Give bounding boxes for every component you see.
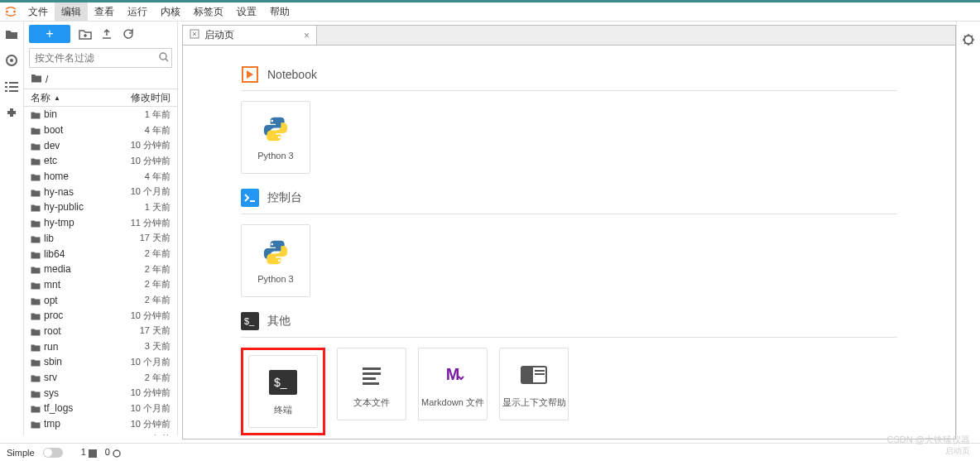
file-row[interactable]: proc10 分钟前 (24, 308, 177, 324)
breadcrumb-root[interactable]: / (46, 74, 48, 85)
file-row[interactable]: bin1 年前 (24, 107, 177, 122)
svg-text:M: M (446, 365, 460, 383)
menu-item-4[interactable]: 内核 (154, 2, 187, 21)
launcher-card[interactable]: 文本文件 (337, 348, 406, 420)
launcher-section: $_其他$_终端文本文件MMarkdown 文件显示上下文帮助 (241, 312, 897, 435)
new-launcher-button[interactable]: + (29, 25, 70, 43)
file-row[interactable]: srv2 年前 (24, 370, 177, 386)
file-row[interactable]: hy-tmp11 分钟前 (24, 215, 177, 231)
file-modified: 10 分钟前 (118, 310, 171, 322)
card-label: Python 3 (257, 274, 293, 284)
svg-rect-26 (363, 382, 379, 385)
filter-box[interactable] (29, 48, 172, 68)
file-name: media (44, 263, 71, 275)
terminal-count[interactable]: 1 (81, 447, 97, 457)
folder-icon (31, 296, 41, 305)
section-title: 其他 (267, 314, 291, 329)
file-browser: + / 名称▲ 修改时间 bin1 年前boot4 年前dev10 分钟前etc… (24, 22, 178, 435)
folder-icon (31, 234, 41, 243)
file-modified: 4 年前 (118, 124, 171, 137)
file-row[interactable]: mnt2 年前 (24, 277, 177, 293)
launcher-card[interactable]: $_终端 (248, 355, 318, 428)
file-name: mnt (44, 279, 60, 291)
menu-item-7[interactable]: 帮助 (263, 2, 296, 21)
file-row[interactable]: root17 天前 (24, 324, 177, 339)
launcher-card[interactable]: MMarkdown 文件 (418, 348, 488, 420)
file-row[interactable]: lib642 年前 (24, 246, 177, 262)
kernel-count[interactable]: 0 (105, 447, 121, 457)
tab-bar: 启动页 × (183, 26, 955, 46)
name-column-header[interactable]: 名称▲ (24, 91, 121, 105)
menu-bar: 文件编辑查看运行内核标签页设置帮助 (0, 2, 980, 22)
breadcrumb[interactable]: / (24, 70, 177, 89)
file-row[interactable]: opt2 年前 (24, 292, 177, 308)
folder-icon[interactable] (4, 26, 19, 41)
file-name: run (44, 341, 58, 353)
property-inspector-icon[interactable] (962, 33, 975, 49)
file-row[interactable]: run3 天前 (24, 339, 177, 354)
file-modified: 2 年前 (118, 263, 171, 276)
menu-item-3[interactable]: 运行 (121, 2, 154, 21)
filter-input[interactable] (35, 52, 159, 64)
launcher-card[interactable]: 显示上下文帮助 (499, 348, 569, 420)
toc-icon[interactable] (4, 79, 19, 94)
file-modified: 2 年前 (118, 433, 171, 435)
menu-item-1[interactable]: 编辑 (55, 2, 88, 21)
file-row[interactable]: home4 年前 (24, 169, 177, 185)
file-row[interactable]: tf_logs10 个月前 (24, 401, 177, 416)
folder-icon (31, 218, 41, 227)
new-folder-icon[interactable] (79, 27, 92, 41)
section-icon (241, 189, 259, 207)
launcher-card[interactable]: Python 3 (241, 101, 310, 174)
file-modified: 2 年前 (118, 278, 171, 291)
refresh-icon[interactable] (122, 27, 135, 41)
svg-point-0 (6, 11, 8, 13)
svg-rect-31 (535, 373, 545, 375)
svg-point-17 (271, 243, 273, 246)
tab-launcher[interactable]: 启动页 × (183, 26, 317, 45)
file-modified: 10 分钟前 (118, 418, 171, 430)
svg-rect-4 (5, 82, 7, 84)
card-icon (261, 114, 291, 144)
launcher-card[interactable]: Python 3 (241, 224, 310, 297)
file-row[interactable]: dev10 分钟前 (24, 137, 177, 153)
file-modified: 3 天前 (118, 340, 171, 353)
simple-mode-toggle[interactable] (43, 448, 63, 458)
card-label: 显示上下文帮助 (502, 396, 566, 409)
file-row[interactable]: sbin10 个月前 (24, 354, 177, 370)
svg-text:$_: $_ (244, 316, 255, 326)
file-row[interactable]: hy-public1 天前 (24, 199, 177, 215)
file-row[interactable]: media2 年前 (24, 262, 177, 277)
file-name: dev (44, 140, 60, 151)
file-row[interactable]: etc10 分钟前 (24, 153, 177, 169)
menu-item-6[interactable]: 设置 (230, 2, 263, 21)
file-row[interactable]: boot4 年前 (24, 122, 177, 138)
file-row[interactable]: hy-nas10 个月前 (24, 184, 177, 199)
folder-icon (31, 373, 41, 382)
file-row[interactable]: tmp10 分钟前 (24, 416, 177, 432)
file-row[interactable]: usr2 年前 (24, 431, 177, 435)
svg-rect-25 (363, 377, 376, 380)
highlighted-card: $_终端 (241, 348, 325, 435)
folder-icon (31, 172, 41, 180)
file-modified: 17 天前 (118, 232, 171, 244)
file-row[interactable]: sys10 分钟前 (24, 385, 177, 401)
file-modified: 4 年前 (118, 170, 171, 183)
upload-icon[interactable] (100, 27, 113, 41)
section-title: Notebook (267, 68, 317, 81)
extension-icon[interactable] (4, 106, 19, 121)
sort-caret-icon: ▲ (54, 94, 60, 102)
launcher-tab-icon (190, 29, 199, 41)
running-icon[interactable] (4, 53, 19, 68)
file-row[interactable]: lib17 天前 (24, 231, 177, 247)
watermark: CSDN @大铁猛仪器 (887, 434, 970, 446)
folder-icon (31, 156, 41, 165)
menu-item-5[interactable]: 标签页 (187, 2, 230, 21)
file-name: sys (44, 387, 59, 399)
menu-item-2[interactable]: 查看 (88, 2, 121, 21)
close-icon[interactable]: × (304, 30, 310, 41)
menu-item-0[interactable]: 文件 (22, 2, 55, 21)
folder-icon (31, 110, 41, 118)
modified-column-header[interactable]: 修改时间 (121, 91, 177, 105)
folder-icon (31, 420, 41, 428)
